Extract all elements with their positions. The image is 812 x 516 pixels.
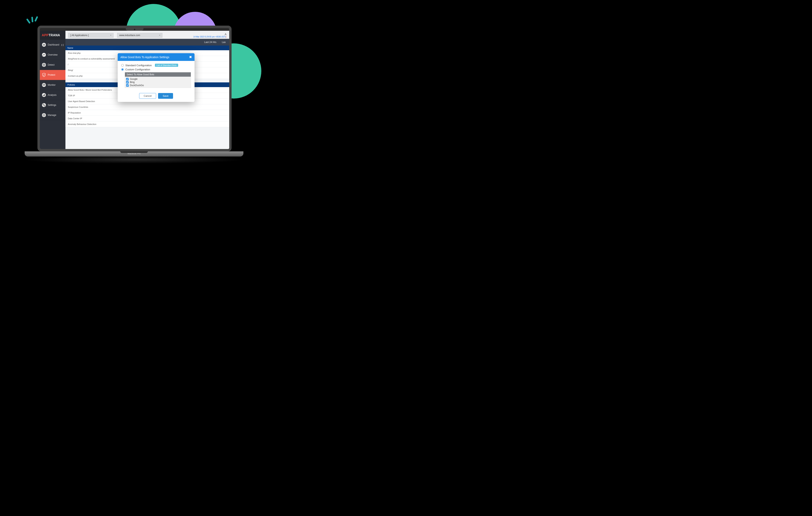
timestamp: 14 Mar 2023 5:29:55 pm +0530 (IST)( bbox=[193, 36, 227, 38]
svg-point-0 bbox=[42, 43, 46, 47]
bot-checkbox[interactable] bbox=[126, 78, 129, 80]
timestamp-text: 14 Mar 2023 5:29:55 pm +0530 (IST) bbox=[193, 36, 226, 38]
sidebar-item-settings[interactable]: Settings bbox=[40, 100, 65, 110]
sidebar-item-label: Overview bbox=[48, 53, 58, 56]
time-range-tabs: Last 24 Hrs Las bbox=[65, 39, 229, 46]
sidebar-item-protect[interactable]: Protect bbox=[40, 70, 65, 80]
svg-rect-1 bbox=[43, 44, 44, 45]
chevron-left-icon: ❮❮ bbox=[61, 44, 64, 46]
sidebar-item-monitor[interactable]: Monitor bbox=[40, 80, 65, 90]
select-value: [ All Applications ] bbox=[70, 34, 89, 37]
sidebar-item-overview[interactable]: Overview bbox=[40, 50, 65, 60]
policy-row[interactable]: Suspicious Countries bbox=[65, 104, 229, 110]
brand-part2: TRANA bbox=[49, 33, 60, 37]
bot-item-google[interactable]: Google bbox=[126, 78, 190, 81]
bot-checkbox[interactable] bbox=[126, 81, 129, 84]
sidebar-item-label: Protect bbox=[48, 74, 55, 76]
detect-icon bbox=[42, 63, 46, 67]
close-icon[interactable]: ✖ bbox=[189, 55, 192, 59]
sidebar-item-label: Settings bbox=[48, 104, 56, 107]
laptop-mockup: APPTRANA Dashboard ❮❮ Overview bbox=[35, 26, 234, 164]
bot-item-bing[interactable]: Bing bbox=[126, 81, 190, 84]
policy-row[interactable]: Anomaly Behaviour Detection bbox=[65, 121, 229, 127]
bot-item-duckduckgo[interactable]: DuckDuckGo bbox=[126, 84, 190, 87]
custom-config-radio[interactable] bbox=[121, 68, 124, 71]
sidebar: APPTRANA Dashboard ❮❮ Overview bbox=[40, 31, 65, 149]
overview-icon bbox=[42, 53, 46, 57]
svg-point-23 bbox=[44, 115, 45, 115]
sidebar-item-label: Manage bbox=[48, 114, 56, 116]
sidebar-item-label: Detect bbox=[48, 63, 55, 66]
site-select[interactable]: www.indusface.com bbox=[117, 33, 163, 38]
modal-title: Allow Good Bots To Application Settings bbox=[120, 56, 169, 59]
sidebar-item-label: Analysis bbox=[48, 94, 57, 96]
modal-body: Standard Configuration List of Standard … bbox=[118, 61, 195, 91]
laptop-notch bbox=[126, 28, 143, 31]
dashboard-icon bbox=[42, 42, 46, 47]
standard-config-label: Standard Configuration bbox=[125, 64, 152, 67]
monitor-icon bbox=[42, 83, 46, 87]
good-bots-modal: Allow Good Bots To Application Settings … bbox=[118, 53, 195, 102]
bot-label: DuckDuckGo bbox=[130, 84, 144, 87]
topbar: [ All Applications ] www.indusface.com A… bbox=[65, 31, 229, 39]
svg-point-20 bbox=[45, 106, 45, 106]
modal-header: Allow Good Bots To Application Settings … bbox=[118, 53, 195, 61]
gear-icon bbox=[42, 103, 46, 107]
save-button[interactable]: Save bbox=[158, 93, 173, 99]
svg-rect-2 bbox=[44, 44, 45, 45]
svg-rect-15 bbox=[45, 94, 45, 96]
sidebar-item-analysis[interactable]: Analysis bbox=[40, 90, 65, 100]
brand-logo: APPTRANA bbox=[40, 31, 65, 40]
sidebar-item-manage[interactable]: Manage bbox=[40, 110, 65, 120]
tab-last-24[interactable]: Last 24 Hrs bbox=[204, 41, 216, 44]
manage-icon bbox=[42, 113, 46, 117]
brand-part1: APP bbox=[42, 33, 49, 37]
timestamp-suffix: ( bbox=[226, 36, 227, 38]
bots-selection-box: Select To Allow Good Bots Google Bing bbox=[125, 72, 191, 88]
bot-checkbox[interactable] bbox=[126, 84, 129, 87]
topbar-right: A 14 Mar 2023 5:29:55 pm +0530 (IST)( bbox=[193, 33, 227, 38]
sidebar-item-label: Dashboard bbox=[48, 44, 59, 46]
laptop-base: MacBook Pro bbox=[25, 151, 243, 156]
sidebar-item-label: Monitor bbox=[48, 84, 56, 86]
svg-point-18 bbox=[43, 104, 44, 105]
analysis-icon bbox=[42, 93, 46, 97]
names-section-header: Name bbox=[65, 46, 229, 50]
svg-rect-13 bbox=[43, 95, 44, 96]
policy-row[interactable]: Data Center IP bbox=[65, 116, 229, 121]
standard-config-option[interactable]: Standard Configuration List of Standard … bbox=[121, 64, 191, 67]
bot-label: Bing bbox=[130, 81, 135, 84]
sidebar-item-dashboard[interactable]: Dashboard ❮❮ bbox=[40, 40, 65, 50]
bots-box-header: Select To Allow Good Bots bbox=[125, 72, 191, 77]
standard-config-radio[interactable] bbox=[121, 64, 124, 67]
standard-bots-list-badge[interactable]: List of Standard Bots bbox=[155, 64, 178, 67]
cancel-button[interactable]: Cancel bbox=[139, 93, 156, 99]
select-value: www.indusface.com bbox=[119, 34, 140, 37]
bots-list: Google Bing DuckDuckGo bbox=[125, 77, 191, 88]
custom-config-option[interactable]: Custom Configuration bbox=[121, 68, 191, 71]
laptop-base-notch bbox=[120, 151, 148, 153]
shield-icon bbox=[42, 73, 46, 77]
all-applications-select[interactable]: [ All Applications ] bbox=[68, 33, 114, 38]
account-initial: A bbox=[193, 33, 227, 36]
laptop-camera bbox=[134, 29, 135, 30]
sidebar-item-detect[interactable]: Detect bbox=[40, 60, 65, 70]
bot-label: Google bbox=[130, 78, 138, 80]
policy-row[interactable]: IP Reputation bbox=[65, 110, 229, 116]
svg-rect-3 bbox=[43, 45, 45, 46]
laptop-screen: APPTRANA Dashboard ❮❮ Overview bbox=[37, 26, 232, 151]
modal-footer: Cancel Save bbox=[118, 91, 195, 102]
svg-rect-14 bbox=[44, 94, 45, 96]
custom-config-label: Custom Configuration bbox=[125, 68, 150, 71]
laptop-shadow bbox=[23, 156, 245, 164]
tab-last-cut[interactable]: Las bbox=[222, 41, 226, 44]
